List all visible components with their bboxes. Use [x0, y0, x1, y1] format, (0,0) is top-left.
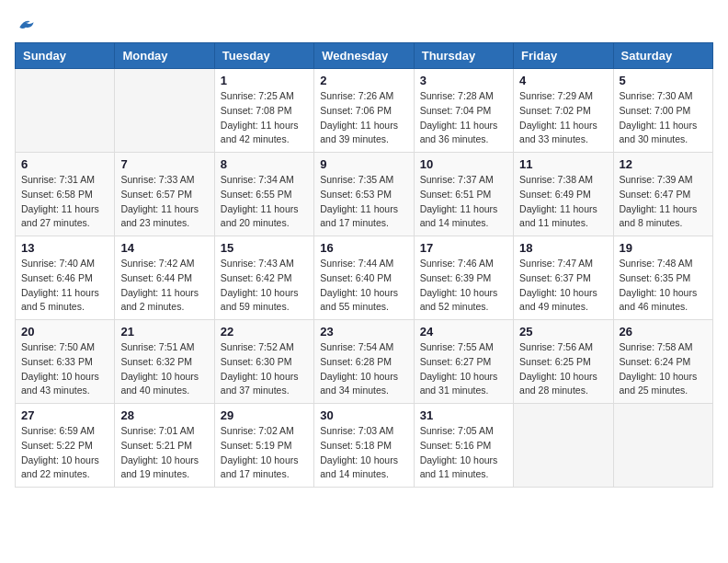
calendar-week-row: 1Sunrise: 7:25 AMSunset: 7:08 PMDaylight…	[16, 69, 713, 153]
calendar-cell: 22Sunrise: 7:52 AMSunset: 6:30 PMDayligh…	[214, 320, 313, 404]
weekday-header-row: SundayMondayTuesdayWednesdayThursdayFrid…	[16, 43, 713, 69]
calendar-cell: 8Sunrise: 7:34 AMSunset: 6:55 PMDaylight…	[214, 153, 313, 236]
day-number: 25	[519, 325, 607, 339]
calendar-cell: 21Sunrise: 7:51 AMSunset: 6:32 PMDayligh…	[115, 320, 214, 404]
day-number: 5	[620, 74, 707, 87]
day-info: Sunrise: 7:39 AMSunset: 6:47 PMDaylight:…	[620, 173, 707, 231]
day-number: 8	[221, 157, 308, 171]
calendar-cell: 6Sunrise: 7:31 AMSunset: 6:58 PMDaylight…	[16, 153, 115, 236]
day-info: Sunrise: 7:46 AMSunset: 6:39 PMDaylight:…	[420, 257, 507, 315]
calendar-cell: 23Sunrise: 7:54 AMSunset: 6:28 PMDayligh…	[314, 320, 414, 404]
day-info: Sunrise: 7:51 AMSunset: 6:32 PMDaylight:…	[120, 340, 208, 398]
day-number: 17	[420, 241, 507, 255]
calendar-cell: 24Sunrise: 7:55 AMSunset: 6:27 PMDayligh…	[414, 320, 513, 404]
day-info: Sunrise: 7:31 AMSunset: 6:58 PMDaylight:…	[21, 173, 108, 231]
day-info: Sunrise: 7:47 AMSunset: 6:37 PMDaylight:…	[519, 257, 607, 315]
day-info: Sunrise: 7:03 AMSunset: 5:18 PMDaylight:…	[320, 424, 407, 482]
day-number: 20	[21, 325, 108, 339]
calendar-cell: 28Sunrise: 7:01 AMSunset: 5:21 PMDayligh…	[115, 404, 214, 488]
day-number: 9	[320, 157, 407, 171]
day-number: 22	[221, 325, 308, 339]
day-number: 4	[519, 74, 607, 87]
day-number: 31	[420, 408, 507, 422]
day-number: 16	[320, 241, 407, 255]
calendar-cell: 13Sunrise: 7:40 AMSunset: 6:46 PMDayligh…	[16, 236, 115, 320]
weekday-header-thursday: Thursday	[414, 43, 513, 69]
calendar-cell: 19Sunrise: 7:48 AMSunset: 6:35 PMDayligh…	[613, 236, 712, 320]
day-number: 30	[320, 408, 407, 422]
calendar-cell: 9Sunrise: 7:35 AMSunset: 6:53 PMDaylight…	[314, 153, 414, 236]
weekday-header-tuesday: Tuesday	[214, 43, 313, 69]
day-number: 6	[21, 157, 108, 171]
calendar-cell: 20Sunrise: 7:50 AMSunset: 6:33 PMDayligh…	[16, 320, 115, 404]
day-info: Sunrise: 7:48 AMSunset: 6:35 PMDaylight:…	[620, 257, 707, 315]
day-info: Sunrise: 6:59 AMSunset: 5:22 PMDaylight:…	[21, 424, 108, 482]
calendar-cell: 5Sunrise: 7:30 AMSunset: 7:00 PMDaylight…	[613, 69, 712, 153]
calendar-cell: 15Sunrise: 7:43 AMSunset: 6:42 PMDayligh…	[214, 236, 313, 320]
calendar-cell: 16Sunrise: 7:44 AMSunset: 6:40 PMDayligh…	[314, 236, 414, 320]
calendar-cell: 27Sunrise: 6:59 AMSunset: 5:22 PMDayligh…	[16, 404, 115, 488]
calendar-cell: 10Sunrise: 7:37 AMSunset: 6:51 PMDayligh…	[414, 153, 513, 236]
calendar-cell: 11Sunrise: 7:38 AMSunset: 6:49 PMDayligh…	[514, 153, 613, 236]
day-info: Sunrise: 7:35 AMSunset: 6:53 PMDaylight:…	[320, 173, 407, 231]
day-number: 7	[120, 157, 208, 171]
calendar-cell: 31Sunrise: 7:05 AMSunset: 5:16 PMDayligh…	[414, 404, 513, 488]
day-number: 28	[120, 408, 208, 422]
calendar-cell: 7Sunrise: 7:33 AMSunset: 6:57 PMDaylight…	[115, 153, 214, 236]
day-number: 12	[620, 157, 707, 171]
calendar-week-row: 6Sunrise: 7:31 AMSunset: 6:58 PMDaylight…	[16, 153, 713, 236]
calendar-cell: 30Sunrise: 7:03 AMSunset: 5:18 PMDayligh…	[314, 404, 414, 488]
day-number: 24	[420, 325, 507, 339]
calendar-cell: 12Sunrise: 7:39 AMSunset: 6:47 PMDayligh…	[613, 153, 712, 236]
calendar-cell: 4Sunrise: 7:29 AMSunset: 7:02 PMDaylight…	[514, 69, 613, 153]
logo-bird-icon	[17, 15, 35, 33]
calendar-cell: 26Sunrise: 7:58 AMSunset: 6:24 PMDayligh…	[613, 320, 712, 404]
day-info: Sunrise: 7:50 AMSunset: 6:33 PMDaylight:…	[21, 340, 108, 398]
calendar-table: SundayMondayTuesdayWednesdayThursdayFrid…	[15, 42, 713, 488]
day-number: 29	[221, 408, 308, 422]
calendar-week-row: 20Sunrise: 7:50 AMSunset: 6:33 PMDayligh…	[16, 320, 713, 404]
day-info: Sunrise: 7:01 AMSunset: 5:21 PMDaylight:…	[120, 424, 208, 482]
day-number: 1	[221, 74, 308, 87]
weekday-header-saturday: Saturday	[613, 43, 712, 69]
day-info: Sunrise: 7:43 AMSunset: 6:42 PMDaylight:…	[221, 257, 308, 315]
day-info: Sunrise: 7:55 AMSunset: 6:27 PMDaylight:…	[420, 340, 507, 398]
calendar-cell: 25Sunrise: 7:56 AMSunset: 6:25 PMDayligh…	[514, 320, 613, 404]
day-number: 23	[320, 325, 407, 339]
day-info: Sunrise: 7:34 AMSunset: 6:55 PMDaylight:…	[221, 173, 308, 231]
day-info: Sunrise: 7:54 AMSunset: 6:28 PMDaylight:…	[320, 340, 407, 398]
day-number: 2	[320, 74, 407, 87]
calendar-cell	[115, 69, 214, 153]
day-info: Sunrise: 7:05 AMSunset: 5:16 PMDaylight:…	[420, 424, 507, 482]
day-number: 10	[420, 157, 507, 171]
day-info: Sunrise: 7:02 AMSunset: 5:19 PMDaylight:…	[221, 424, 308, 482]
calendar-cell	[613, 404, 712, 488]
day-info: Sunrise: 7:26 AMSunset: 7:06 PMDaylight:…	[320, 89, 407, 147]
day-number: 19	[620, 241, 707, 255]
day-number: 3	[420, 74, 507, 87]
day-info: Sunrise: 7:38 AMSunset: 6:49 PMDaylight:…	[519, 173, 607, 231]
calendar-cell: 2Sunrise: 7:26 AMSunset: 7:06 PMDaylight…	[314, 69, 414, 153]
day-info: Sunrise: 7:28 AMSunset: 7:04 PMDaylight:…	[420, 89, 507, 147]
calendar-cell: 3Sunrise: 7:28 AMSunset: 7:04 PMDaylight…	[414, 69, 513, 153]
logo	[15, 15, 35, 33]
day-info: Sunrise: 7:37 AMSunset: 6:51 PMDaylight:…	[420, 173, 507, 231]
calendar-week-row: 13Sunrise: 7:40 AMSunset: 6:46 PMDayligh…	[16, 236, 713, 320]
weekday-header-monday: Monday	[115, 43, 214, 69]
day-number: 14	[120, 241, 208, 255]
day-number: 21	[120, 325, 208, 339]
weekday-header-wednesday: Wednesday	[314, 43, 414, 69]
day-info: Sunrise: 7:44 AMSunset: 6:40 PMDaylight:…	[320, 257, 407, 315]
calendar-week-row: 27Sunrise: 6:59 AMSunset: 5:22 PMDayligh…	[16, 404, 713, 488]
day-number: 13	[21, 241, 108, 255]
day-info: Sunrise: 7:25 AMSunset: 7:08 PMDaylight:…	[221, 89, 308, 147]
day-number: 27	[21, 408, 108, 422]
day-info: Sunrise: 7:29 AMSunset: 7:02 PMDaylight:…	[519, 89, 607, 147]
calendar-cell: 17Sunrise: 7:46 AMSunset: 6:39 PMDayligh…	[414, 236, 513, 320]
day-info: Sunrise: 7:58 AMSunset: 6:24 PMDaylight:…	[620, 340, 707, 398]
calendar-cell: 29Sunrise: 7:02 AMSunset: 5:19 PMDayligh…	[214, 404, 313, 488]
day-number: 26	[620, 325, 707, 339]
day-info: Sunrise: 7:40 AMSunset: 6:46 PMDaylight:…	[21, 257, 108, 315]
day-number: 15	[221, 241, 308, 255]
page-header	[15, 15, 713, 33]
